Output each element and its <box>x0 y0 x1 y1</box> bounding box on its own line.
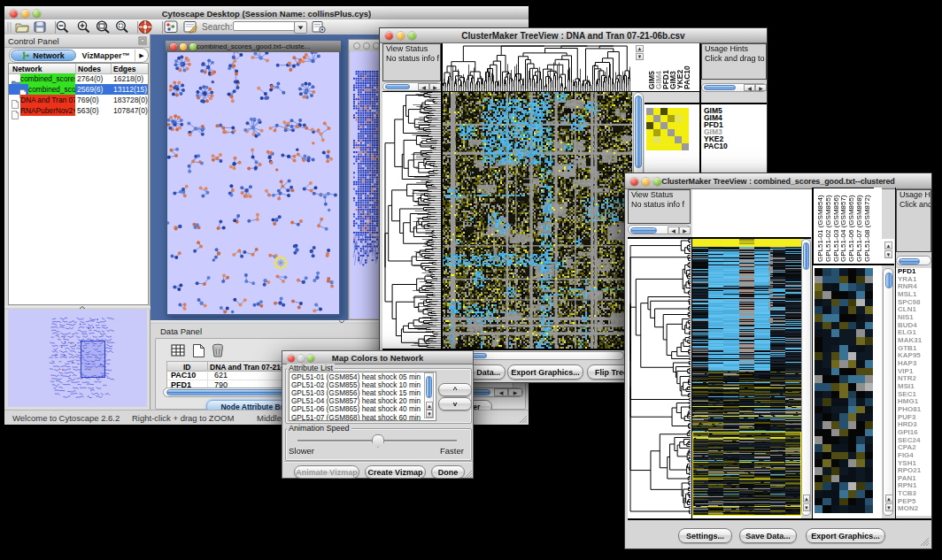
scroll-left-icon[interactable]: ◀ <box>668 226 679 234</box>
tv2-save-data-button[interactable]: Save Data... <box>739 528 797 543</box>
attribute-table-icon[interactable] <box>171 343 186 358</box>
tv2-column-label[interactable]: GPL51-02 (GSM855) <box>825 195 832 262</box>
tv1-status-scroll-thumb[interactable] <box>385 84 410 89</box>
scroll-up-icon[interactable]: ▲ <box>426 402 433 410</box>
scroll-up-icon[interactable]: ▲ <box>884 242 892 249</box>
tv2-column-label[interactable]: GPL51-07 (GSM868) <box>856 195 863 262</box>
tv2-status-scrollbar[interactable]: ◀ ▶ <box>628 225 691 234</box>
network-list-row[interactable]: combined_sco2569(6)13112(15) <box>9 84 148 95</box>
scroll-left-icon[interactable]: ◀ <box>494 388 508 396</box>
tv1-heatmap[interactable] <box>442 92 632 349</box>
treeview1-title-bar[interactable]: ClusterMaker TreeView : DNA and Tran 07-… <box>380 28 767 43</box>
matrix-cell[interactable] <box>646 136 653 143</box>
dialog-close-button[interactable] <box>288 355 295 362</box>
scroll-up-icon[interactable]: ▲ <box>885 495 893 502</box>
tv1-hints-scroll-thumb[interactable] <box>704 85 736 90</box>
tv2-zoom-heatmap[interactable] <box>815 268 873 513</box>
new-attribute-icon[interactable] <box>192 343 205 358</box>
delete-attribute-icon[interactable] <box>211 342 225 358</box>
matrix-cell[interactable] <box>646 143 653 150</box>
network-list-row[interactable]: DNA and Tran 07769(0)183728(0) <box>9 95 148 105</box>
matrix-cell[interactable] <box>675 115 682 122</box>
column-header-edges[interactable]: Edges <box>113 65 136 73</box>
animate-vizmap-button[interactable]: Animate Vizmap <box>294 465 359 479</box>
dialog-title-bar[interactable]: Map Colors to Network <box>282 351 473 364</box>
scroll-down-icon[interactable]: ▼ <box>426 410 433 418</box>
attribute-list-item[interactable]: GPL51-03 (GSM856) heat shock 15 min <box>291 389 424 397</box>
tv2-column-label[interactable]: GPL51-01 (GSM854) <box>817 195 824 262</box>
done-button[interactable]: Done <box>431 465 465 479</box>
frame-minimize-button[interactable] <box>180 43 187 50</box>
tv2-settings-button[interactable]: Settings... <box>678 528 732 543</box>
matrix-cell[interactable] <box>653 122 660 129</box>
matrix-cell[interactable] <box>675 129 682 136</box>
matrix-cell[interactable] <box>653 115 660 122</box>
search-input[interactable] <box>233 21 297 31</box>
tv2-zoom-vscroll-thumb[interactable] <box>885 272 892 288</box>
column-header-network[interactable]: Network <box>12 65 42 73</box>
column-header-nodes[interactable]: Nodes <box>78 65 101 73</box>
zoom-fit-icon[interactable] <box>95 20 112 34</box>
attribute-list-item[interactable]: GPL51-01 (GSM854) heat shock 05 min <box>291 373 424 381</box>
matrix-cell[interactable] <box>660 115 668 122</box>
tv2-left-dendrogram[interactable] <box>628 239 691 516</box>
datapanel-column-id[interactable]: ID <box>183 363 191 372</box>
tv1-left-dendrogram[interactable] <box>382 92 441 349</box>
frame-close-button[interactable] <box>170 43 177 50</box>
open-folder-icon[interactable] <box>15 21 29 33</box>
scroll-up-icon[interactable]: ▲ <box>803 495 810 502</box>
tv2-column-label[interactable]: GPL51-08 (GSM872) <box>864 195 871 262</box>
annotation-icon[interactable] <box>183 20 198 34</box>
tv2-global-heatmap[interactable] <box>692 239 801 516</box>
network-overview-canvas[interactable] <box>8 310 147 407</box>
matrix-row-label[interactable]: PAC10 <box>704 142 728 150</box>
matrix-cell[interactable] <box>660 122 668 129</box>
resize-grip-icon[interactable] <box>919 536 930 547</box>
help-lifesaver-icon[interactable] <box>137 19 153 35</box>
main-title-bar[interactable]: Cytoscape Desktop (Session Name: collins… <box>4 6 529 20</box>
tv1-hints-scrollbar[interactable]: ◀ ▶ <box>701 83 767 92</box>
matrix-cell[interactable] <box>675 143 682 150</box>
tv2-zoom-vscrollbar[interactable]: ▲ ▼ <box>883 268 893 516</box>
scroll-right-icon[interactable]: ▶ <box>429 83 441 90</box>
matrix-cell[interactable] <box>653 136 660 143</box>
float-panel-icon[interactable] <box>138 36 147 45</box>
network-window-1-title-bar[interactable]: combined_scores_good.txt--cluste... <box>166 41 341 52</box>
matrix-cell[interactable] <box>682 108 689 115</box>
save-icon[interactable] <box>34 21 46 33</box>
tv2-status-scroll-thumb[interactable] <box>630 227 657 234</box>
tv1-status-scrollbar[interactable]: ◀ ▶ <box>382 82 441 91</box>
tv1-top-dendrogram[interactable] <box>442 43 632 91</box>
zoom-in-icon[interactable] <box>76 20 91 34</box>
scroll-right-icon[interactable]: ▶ <box>679 226 691 234</box>
treeview2-title-bar[interactable]: ClusterMaker TreeView : combined_scores_… <box>625 173 931 189</box>
scroll-right-icon[interactable]: ▶ <box>508 388 522 396</box>
search-dropdown-button[interactable] <box>294 21 307 34</box>
matrix-cell[interactable] <box>653 108 660 115</box>
matrix-cell[interactable] <box>668 115 675 122</box>
scroll-up-icon[interactable]: ▲ <box>636 45 644 52</box>
matrix-cell[interactable] <box>682 129 689 136</box>
network-list-row[interactable]: combined_scores_2764(0)16218(0) <box>9 73 148 84</box>
tv2-zoom-button[interactable] <box>653 178 661 186</box>
zoom-selected-icon[interactable] <box>114 20 130 34</box>
tab-overflow-button[interactable]: ▶ <box>136 50 147 61</box>
tv1-export-graphics-button[interactable]: Export Graphics... <box>507 364 583 380</box>
scroll-right-icon[interactable]: ▶ <box>755 84 767 91</box>
matrix-cell[interactable] <box>682 143 689 150</box>
matrix-cell[interactable] <box>668 129 675 136</box>
scroll-left-icon[interactable]: ◀ <box>744 84 755 91</box>
matrix-cell[interactable] <box>668 143 675 150</box>
tab-vizmapper[interactable]: VizMapper™ <box>77 50 135 61</box>
correlation-matrix[interactable] <box>646 108 689 150</box>
tv2-export-graphics-button[interactable]: Export Graphics... <box>806 528 885 543</box>
close-button[interactable] <box>10 10 18 18</box>
datapanel-column-attr[interactable]: DNA and Tran 07-21-06 <box>210 363 291 372</box>
search-index-icon[interactable] <box>312 20 327 34</box>
minimize-button[interactable] <box>21 10 29 18</box>
matrix-cell[interactable] <box>668 108 675 115</box>
tv1-heatmap-vscroll-thumb[interactable] <box>635 96 642 168</box>
scroll-left-icon[interactable]: ◀ <box>418 83 429 90</box>
tv1-zoom-button[interactable] <box>408 32 416 40</box>
create-vizmap-button[interactable]: Create Vizmap <box>365 465 426 479</box>
